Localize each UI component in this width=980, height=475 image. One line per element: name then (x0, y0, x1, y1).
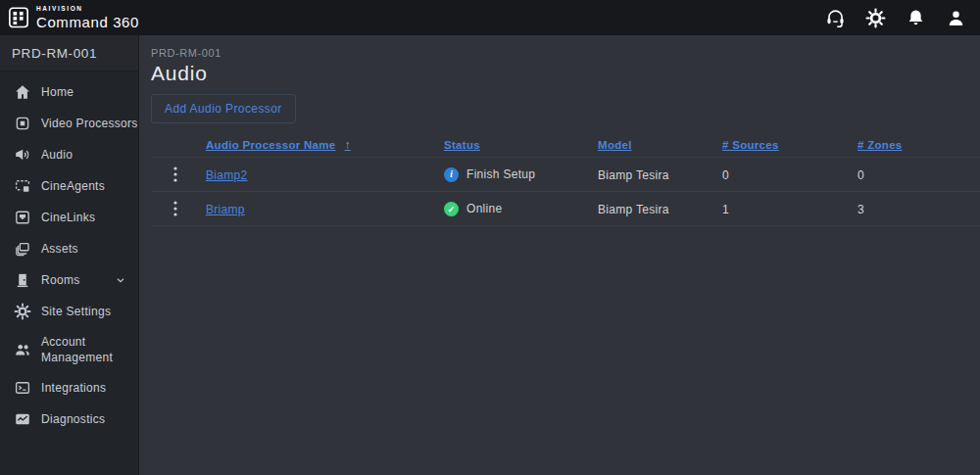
row-menu-kebab-icon[interactable] (163, 163, 188, 186)
brand-name-small: HAIVISION (36, 6, 139, 13)
table-header-row: Audio Processor Name↑StatusModel# Source… (151, 132, 980, 158)
sidebar-item-assets[interactable]: Assets (0, 233, 138, 264)
processor-name-link[interactable]: Briamp (206, 203, 245, 216)
chevron-down-icon (115, 274, 126, 286)
page-title: Audio (151, 62, 980, 85)
breadcrumb: PRD-RM-001 (151, 47, 980, 59)
info-icon: i (444, 167, 459, 182)
rooms-icon (14, 271, 31, 289)
brand-logo: HAIVISION Command 360 (8, 6, 139, 29)
zones-count: 0 (858, 168, 864, 182)
sidebar-item-label: Rooms (41, 272, 80, 288)
sidebar-item-label: Home (41, 84, 74, 100)
column-header-status[interactable]: Status (444, 139, 598, 151)
zones-count: 3 (858, 203, 864, 216)
sidebar-item-label: Diagnostics (41, 411, 105, 427)
row-menu-kebab-icon[interactable] (163, 197, 188, 220)
table-row: Biamp2 i Finish Setup Biamp Tesira 0 0 (151, 158, 980, 192)
integrations-icon (14, 379, 31, 397)
brand-name-large: Command 360 (36, 15, 139, 29)
sidebar-item-label: Assets (41, 241, 78, 257)
status-label: Finish Setup (466, 167, 535, 181)
sidebar-item-label: Video Processors (41, 116, 138, 131)
processor-name-link[interactable]: Biamp2 (206, 168, 248, 182)
video-processors-icon (14, 115, 31, 132)
support-headset-icon[interactable] (825, 8, 846, 28)
home-icon (14, 83, 31, 101)
site-settings-icon (14, 303, 31, 320)
sidebar-item-home[interactable]: Home (0, 76, 138, 108)
column-header--zones[interactable]: # Zones (858, 139, 980, 151)
model-value: Biamp Tesira (598, 168, 669, 182)
sidebar-item-label: CineAgents (41, 178, 105, 194)
sources-count: 0 (722, 168, 729, 182)
audio-icon (14, 146, 31, 164)
sidebar: PRD-RM-001 Home Video Processors Audio C… (0, 35, 139, 475)
sources-count: 1 (722, 203, 729, 216)
sidebar-item-label: Account Management (41, 334, 120, 365)
sidebar-item-diagnostics[interactable]: Diagnostics (0, 404, 138, 435)
cineagents-icon (14, 177, 31, 195)
user-avatar-icon[interactable] (946, 8, 966, 28)
sidebar-item-label: Integrations (41, 380, 106, 396)
sidebar-item-integrations[interactable]: Integrations (0, 372, 138, 404)
sidebar-room-selector[interactable]: PRD-RM-001 (0, 35, 138, 71)
sidebar-item-cinelinks[interactable]: CineLinks (0, 202, 138, 233)
sidebar-item-site-settings[interactable]: Site Settings (0, 296, 138, 327)
column-header--sources[interactable]: # Sources (722, 139, 858, 151)
table-row: Briamp ✓ Online Biamp Tesira 1 3 (151, 192, 980, 226)
audio-processors-table: Audio Processor Name↑StatusModel# Source… (151, 132, 980, 226)
column-header-audio-processor-name[interactable]: Audio Processor Name↑ (206, 138, 444, 152)
notifications-bell-icon[interactable] (906, 8, 926, 28)
sidebar-item-rooms[interactable]: Rooms (0, 264, 138, 296)
sort-ascending-icon: ↑ (345, 138, 351, 152)
sidebar-item-account-management[interactable]: Account Management (0, 327, 138, 372)
status-label: Online (466, 202, 503, 215)
column-header-model[interactable]: Model (598, 139, 722, 151)
sidebar-item-cineagents[interactable]: CineAgents (0, 170, 138, 202)
sidebar-item-audio[interactable]: Audio (0, 139, 138, 170)
model-value: Biamp Tesira (598, 203, 669, 216)
sidebar-item-label: CineLinks (41, 210, 95, 225)
assets-icon (14, 240, 31, 258)
diagnostics-icon (14, 410, 31, 428)
main-content: PRD-RM-001 Audio Add Audio Processor Aud… (139, 35, 980, 475)
cinelinks-icon (14, 209, 31, 226)
topbar: HAIVISION Command 360 (0, 0, 980, 35)
sidebar-item-video-processors[interactable]: Video Processors (0, 108, 138, 139)
check-circle-icon: ✓ (444, 202, 459, 216)
add-audio-processor-button[interactable]: Add Audio Processor (151, 94, 296, 123)
account-management-icon (14, 341, 31, 358)
settings-gear-icon[interactable] (865, 8, 886, 28)
sidebar-item-label: Audio (41, 147, 73, 163)
haivision-logo-icon (8, 6, 29, 29)
sidebar-room-label: PRD-RM-001 (12, 46, 97, 61)
sidebar-item-label: Site Settings (41, 304, 111, 319)
sidebar-nav: Home Video Processors Audio CineAgents C… (0, 71, 138, 435)
topbar-actions (825, 8, 966, 28)
